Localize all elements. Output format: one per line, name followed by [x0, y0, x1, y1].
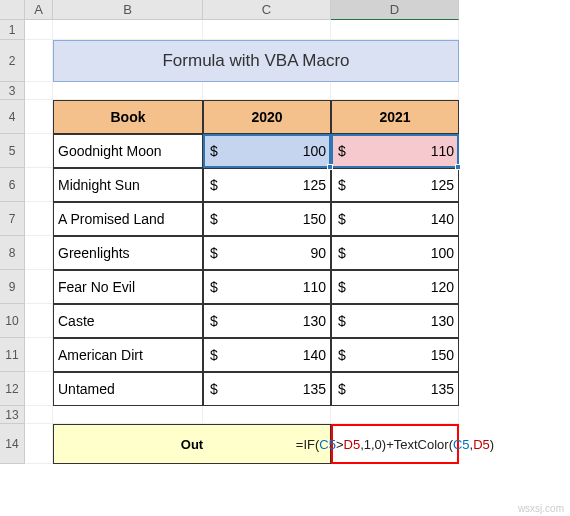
cell-B13[interactable]	[53, 406, 203, 424]
value-2020[interactable]: $150	[203, 202, 331, 236]
row-header-11[interactable]: 11	[0, 338, 25, 372]
value-2020[interactable]: $90	[203, 236, 331, 270]
cell-A14[interactable]	[25, 424, 53, 464]
row-header-7[interactable]: 7	[0, 202, 25, 236]
book-name[interactable]: American Dirt	[53, 338, 203, 372]
value-2021[interactable]: $125	[331, 168, 459, 202]
cell-C1[interactable]	[203, 20, 331, 40]
cell-A5[interactable]	[25, 134, 53, 168]
row-header-5[interactable]: 5	[0, 134, 25, 168]
row-headers: 1234567891011121314	[0, 20, 25, 464]
row-header-2[interactable]: 2	[0, 40, 25, 82]
cell-A9[interactable]	[25, 270, 53, 304]
cell-A11[interactable]	[25, 338, 53, 372]
value-2020[interactable]: $100	[203, 134, 331, 168]
col-header-D[interactable]: D	[331, 0, 459, 20]
book-name[interactable]: Goodnight Moon	[53, 134, 203, 168]
cell-B3[interactable]	[53, 82, 203, 100]
value-2021[interactable]: $140	[331, 202, 459, 236]
col-header-A[interactable]: A	[25, 0, 53, 20]
cell-A12[interactable]	[25, 372, 53, 406]
value-2021[interactable]: $120	[331, 270, 459, 304]
value-2020[interactable]: $135	[203, 372, 331, 406]
row-header-6[interactable]: 6	[0, 168, 25, 202]
cell-A3[interactable]	[25, 82, 53, 100]
cell-C3[interactable]	[203, 82, 331, 100]
book-name[interactable]: Greenlights	[53, 236, 203, 270]
col-header-B[interactable]: B	[53, 0, 203, 20]
value-2020[interactable]: $110	[203, 270, 331, 304]
header-2020: 2020	[203, 100, 331, 134]
cell-D1[interactable]	[331, 20, 459, 40]
book-name[interactable]: Caste	[53, 304, 203, 338]
value-2021[interactable]: $130	[331, 304, 459, 338]
value-2021[interactable]: $100	[331, 236, 459, 270]
cell-A2[interactable]	[25, 40, 53, 82]
row-header-12[interactable]: 12	[0, 372, 25, 406]
selection-handle[interactable]	[327, 164, 333, 170]
cell-A10[interactable]	[25, 304, 53, 338]
book-name[interactable]: Midnight Sun	[53, 168, 203, 202]
row-header-8[interactable]: 8	[0, 236, 25, 270]
cells-grid: Formula with VBA MacroBook20202021Goodni…	[25, 20, 459, 464]
book-name[interactable]: Fear No Evil	[53, 270, 203, 304]
cell-A7[interactable]	[25, 202, 53, 236]
row-header-1[interactable]: 1	[0, 20, 25, 40]
value-2020[interactable]: $140	[203, 338, 331, 372]
value-2020[interactable]: $125	[203, 168, 331, 202]
value-2020[interactable]: $130	[203, 304, 331, 338]
cell-C13[interactable]	[203, 406, 331, 424]
cell-D13[interactable]	[331, 406, 459, 424]
cell-A1[interactable]	[25, 20, 53, 40]
row-header-14[interactable]: 14	[0, 424, 25, 464]
header-2021: 2021	[331, 100, 459, 134]
row-header-13[interactable]: 13	[0, 406, 25, 424]
row-header-9[interactable]: 9	[0, 270, 25, 304]
cell-A4[interactable]	[25, 100, 53, 134]
row-header-4[interactable]: 4	[0, 100, 25, 134]
row-header-3[interactable]: 3	[0, 82, 25, 100]
watermark: wsxsj.com	[518, 503, 564, 514]
cell-A13[interactable]	[25, 406, 53, 424]
cell-B1[interactable]	[53, 20, 203, 40]
cell-A8[interactable]	[25, 236, 53, 270]
book-name[interactable]: A Promised Land	[53, 202, 203, 236]
header-book: Book	[53, 100, 203, 134]
page-title: Formula with VBA Macro	[53, 40, 459, 82]
value-2021[interactable]: $110	[331, 134, 459, 168]
cell-A6[interactable]	[25, 168, 53, 202]
value-2021[interactable]: $135	[331, 372, 459, 406]
cell-D3[interactable]	[331, 82, 459, 100]
select-all-corner[interactable]	[0, 0, 25, 20]
out-label: Out	[53, 424, 331, 464]
row-header-10[interactable]: 10	[0, 304, 25, 338]
selection-handle[interactable]	[455, 164, 461, 170]
book-name[interactable]: Untamed	[53, 372, 203, 406]
value-2021[interactable]: $150	[331, 338, 459, 372]
formula-cell[interactable]: =IF(C5>D5,1,0)+TextColor(C5,D5)	[331, 424, 459, 464]
col-header-C[interactable]: C	[203, 0, 331, 20]
column-headers: ABCD	[25, 0, 459, 20]
